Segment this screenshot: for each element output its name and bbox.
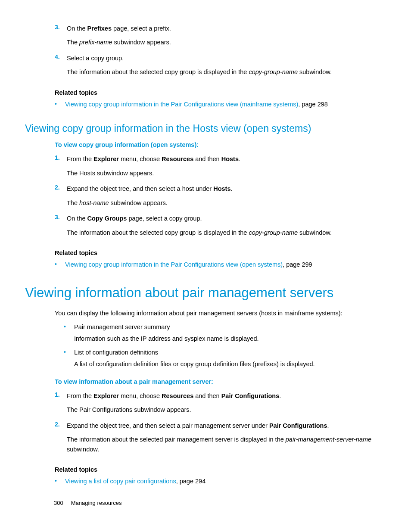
text: The information about the selected pair … — [67, 436, 286, 443]
text-bold: Hosts — [221, 156, 239, 162]
text-bold: Pair Configurations — [221, 392, 280, 399]
related-topics-heading: Related topics — [55, 89, 386, 96]
text-bold: Resources — [162, 156, 193, 162]
procedure-lead: To view information about a pair managem… — [55, 378, 386, 385]
info-bullet: • List of configuration definitions A li… — [25, 348, 386, 370]
related-link[interactable]: Viewing copy group information in the Pa… — [65, 261, 283, 268]
text: List of configuration definitions — [74, 348, 315, 357]
related-link[interactable]: Viewing copy group information in the Pa… — [65, 101, 298, 108]
text: menu, choose — [119, 156, 162, 162]
text: Information such as the IP address and s… — [74, 334, 259, 343]
text: The Hosts subwindow appears. — [67, 168, 240, 178]
text: From the — [67, 156, 93, 162]
related-topics-heading: Related topics — [55, 466, 386, 473]
text: . — [230, 185, 232, 192]
text: . — [327, 422, 329, 429]
step-number: 3. — [55, 24, 67, 52]
section-heading-pair-management: Viewing information about pair managemen… — [25, 285, 386, 301]
text: subwindow. — [298, 68, 332, 75]
related-link[interactable]: Viewing a list of copy pair configuratio… — [65, 478, 176, 485]
text-italic: copy-group-name — [249, 68, 298, 75]
text: Expand the object tree, and then select … — [67, 185, 213, 192]
procedure-lead: To view copy group information (open sys… — [55, 141, 386, 148]
step-number: 2. — [55, 421, 67, 458]
text: menu, choose — [119, 392, 162, 399]
related-topic-item: • Viewing copy group information in the … — [25, 260, 386, 269]
page-ref: , page 294 — [176, 478, 206, 485]
text: and then — [193, 156, 221, 162]
text-bold: Copy Groups — [87, 215, 127, 222]
text-italic: host-name — [79, 199, 109, 206]
mid-step-3: 3. On the Copy Groups page, select a cop… — [25, 214, 386, 242]
bullet-icon: • — [64, 348, 74, 370]
text: From the — [67, 392, 93, 399]
text-italic: pair-management-server-name — [286, 436, 371, 443]
bottom-step-2: 2. Expand the object tree, and then sele… — [25, 421, 386, 458]
step-number: 2. — [55, 184, 67, 212]
text: Pair management server summary — [74, 322, 259, 332]
bullet-icon: • — [55, 100, 65, 109]
text-bold: Pair Configurations — [269, 422, 327, 429]
step-number: 3. — [55, 214, 67, 242]
text-bold: Explorer — [93, 392, 119, 399]
text: subwindow. — [298, 229, 332, 236]
bullet-icon: • — [64, 322, 74, 345]
bullet-icon: • — [55, 476, 65, 486]
text-italic: prefix-name — [79, 39, 112, 46]
page-number: 300 — [54, 500, 63, 506]
text: Expand the object tree, and then select … — [67, 422, 269, 429]
text-bold: Hosts — [213, 185, 230, 192]
related-topic-item: • Viewing a list of copy pair configurat… — [25, 476, 386, 486]
text: . — [279, 392, 281, 399]
text: The information about the selected copy … — [67, 229, 249, 236]
text-bold: Prefixes — [87, 25, 112, 32]
text: The — [67, 39, 79, 46]
text-bold: Explorer — [93, 156, 119, 162]
step-3: 3. On the Prefixes page, select a prefix… — [25, 24, 386, 52]
text: subwindow. — [67, 446, 99, 453]
text: subwindow appears. — [112, 39, 171, 46]
text: page, select a prefix. — [112, 25, 171, 32]
text: On the — [67, 25, 87, 32]
related-topics-heading: Related topics — [55, 249, 386, 256]
step-number: 1. — [55, 391, 67, 419]
text: and then — [193, 392, 221, 399]
footer-title: Managing resources — [71, 500, 122, 506]
mid-step-1: 1. From the Explorer menu, choose Resour… — [25, 154, 386, 182]
text: The Pair Configurations subwindow appear… — [67, 405, 281, 414]
text: A list of configuration definition files… — [74, 359, 315, 369]
step-number: 4. — [55, 53, 67, 81]
text: Select a copy group. — [67, 53, 332, 63]
text: The information about the selected copy … — [67, 68, 249, 75]
text: page, select a copy group. — [127, 215, 202, 222]
text: . — [239, 156, 240, 162]
step-number: 1. — [55, 154, 67, 182]
text: The — [67, 199, 79, 206]
bottom-step-1: 1. From the Explorer menu, choose Resour… — [25, 391, 386, 419]
step-4: 4. Select a copy group. The information … — [25, 53, 386, 81]
bullet-icon: • — [55, 260, 65, 269]
related-topic-item: • Viewing copy group information in the … — [25, 100, 386, 109]
text: On the — [67, 215, 87, 222]
page-ref: , page 299 — [283, 261, 312, 268]
text-italic: copy-group-name — [249, 229, 298, 236]
page-ref: , page 298 — [298, 101, 328, 108]
page-footer: 300Managing resources — [54, 500, 122, 506]
text-bold: Resources — [162, 392, 193, 399]
mid-step-2: 2. Expand the object tree, and then sele… — [25, 184, 386, 212]
info-bullet: • Pair management server summary Informa… — [25, 322, 386, 345]
text: subwindow appears. — [109, 199, 168, 206]
intro-paragraph: You can display the following informatio… — [55, 308, 386, 318]
section-heading-hosts-view: Viewing copy group information in the Ho… — [25, 123, 386, 134]
